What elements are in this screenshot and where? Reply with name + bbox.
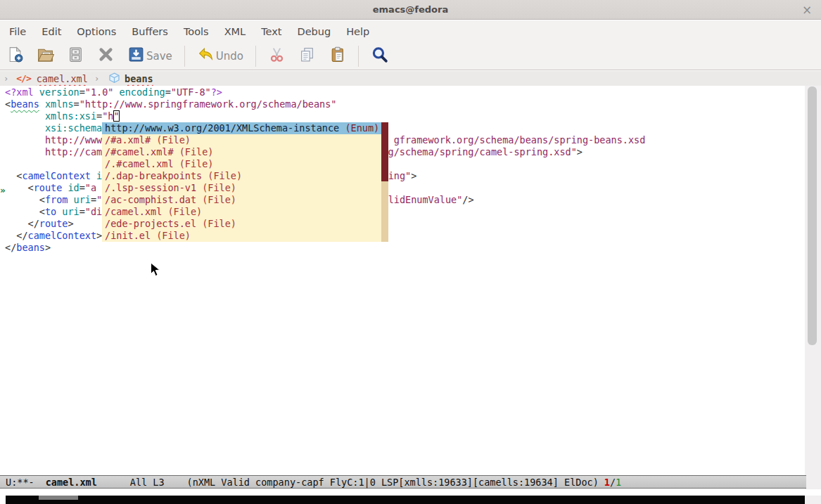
save-label: Save bbox=[146, 50, 172, 63]
menu-text[interactable]: Text bbox=[253, 20, 289, 42]
paste-button[interactable] bbox=[329, 46, 346, 66]
close-buffer-button[interactable] bbox=[97, 46, 115, 66]
bottom-strip bbox=[6, 496, 805, 504]
toolbar-separator bbox=[255, 46, 256, 67]
modeline-state: U:**- bbox=[6, 477, 34, 488]
open-file-button[interactable] bbox=[37, 46, 54, 66]
copy-button[interactable] bbox=[298, 46, 316, 66]
save-button[interactable]: Save bbox=[127, 46, 172, 66]
completion-item[interactable]: http://www.w3.org/2001/XMLSchema-instanc… bbox=[102, 122, 381, 134]
open-folder-icon bbox=[37, 46, 54, 66]
code-line: <beans xmlns="http://www.springframework… bbox=[5, 98, 805, 110]
modeline-position: All L3 bbox=[130, 477, 165, 488]
completion-item[interactable]: /#camel.xml# (File) bbox=[102, 146, 381, 158]
copy-icon bbox=[298, 46, 316, 66]
completion-item[interactable]: /#a.xml# (File) bbox=[102, 134, 381, 146]
code-line: <?xml version="1.0" encoding="UTF-8"?> bbox=[5, 86, 805, 98]
modeline-window-total: 1 bbox=[616, 477, 621, 488]
menu-options[interactable]: Options bbox=[69, 20, 124, 42]
menu-buffers[interactable]: Buffers bbox=[124, 20, 176, 42]
clipboard-icon bbox=[329, 46, 346, 66]
tool-bar: Save Undo bbox=[0, 42, 821, 70]
completion-item[interactable]: /ac-comphist.dat (File) bbox=[102, 194, 381, 206]
completion-scrollbar-thumb[interactable] bbox=[381, 122, 388, 181]
window-title: emacs@fedora bbox=[373, 4, 448, 15]
code-line: xmlns:xsi="h" bbox=[5, 110, 805, 122]
toolbar-separator bbox=[184, 46, 185, 67]
undo-button[interactable]: Undo bbox=[197, 46, 243, 66]
undo-label: Undo bbox=[216, 50, 243, 63]
window-scrollbar-thumb[interactable] bbox=[808, 86, 817, 345]
menu-bar: FileEditOptionsBuffersToolsXMLTextDebugH… bbox=[0, 20, 821, 42]
bottom-strip-notch bbox=[39, 496, 78, 500]
menu-xml[interactable]: XML bbox=[217, 20, 254, 42]
scissors-icon bbox=[268, 46, 286, 66]
dired-button[interactable] bbox=[67, 46, 84, 66]
modeline-modes[interactable]: (nXML Valid company-capf FlyC:1|0 LSP[xm… bbox=[187, 477, 599, 488]
xml-file-icon: </> bbox=[16, 73, 30, 84]
new-file-icon bbox=[6, 46, 24, 66]
completion-popup: http://www.w3.org/2001/XMLSchema-instanc… bbox=[102, 122, 388, 242]
mode-line: U:**- camel.xml All L3 (nXML Valid compa… bbox=[0, 475, 806, 489]
menu-edit[interactable]: Edit bbox=[34, 20, 69, 42]
completion-list: http://www.w3.org/2001/XMLSchema-instanc… bbox=[102, 122, 381, 242]
breadcrumb-file[interactable]: camel.xml bbox=[37, 73, 88, 84]
menu-help[interactable]: Help bbox=[338, 20, 377, 42]
echo-area[interactable] bbox=[0, 489, 821, 496]
emacs-window: emacs@fedora × FileEditOptionsBuffersToo… bbox=[0, 0, 821, 504]
completion-item[interactable]: /.dap-breakpoints (File) bbox=[102, 170, 381, 182]
menu-file[interactable]: File bbox=[1, 20, 34, 42]
search-icon bbox=[371, 46, 388, 66]
editor-buffer[interactable]: » <?xml version="1.0" encoding="UTF-8"?>… bbox=[0, 86, 805, 475]
breadcrumb: › </> camel.xml › beans bbox=[0, 71, 821, 86]
breadcrumb-root-chevron-icon: › bbox=[0, 74, 12, 84]
completion-item[interactable]: /ede-projects.el (File) bbox=[102, 218, 381, 230]
modeline-buffer-name[interactable]: camel.xml bbox=[46, 477, 97, 488]
completion-item[interactable]: /camel.xml (File) bbox=[102, 206, 381, 218]
toolbar-separator bbox=[358, 46, 359, 67]
completion-item[interactable]: /init.el (File) bbox=[102, 230, 381, 242]
code-line: </beans> bbox=[5, 242, 805, 254]
breadcrumb-element[interactable]: beans bbox=[125, 73, 153, 84]
new-file-button[interactable] bbox=[6, 46, 24, 66]
menu-debug[interactable]: Debug bbox=[289, 20, 338, 42]
element-cube-icon bbox=[108, 72, 121, 85]
modeline-window-separator: / bbox=[610, 477, 616, 488]
search-button[interactable] bbox=[371, 46, 388, 66]
menu-tools[interactable]: Tools bbox=[176, 20, 217, 42]
title-bar: emacs@fedora × bbox=[0, 0, 821, 20]
save-icon bbox=[127, 46, 145, 66]
fringe-boundary-icon: » bbox=[0, 185, 6, 195]
completion-scrollbar[interactable] bbox=[381, 122, 388, 242]
mouse-pointer-icon bbox=[150, 262, 161, 278]
close-x-icon bbox=[97, 46, 115, 66]
file-cabinet-icon bbox=[67, 46, 84, 66]
chevron-right-icon: › bbox=[91, 74, 103, 84]
cut-button[interactable] bbox=[268, 46, 286, 66]
close-icon[interactable]: × bbox=[800, 3, 814, 17]
completion-item[interactable]: /.lsp-session-v1 (File) bbox=[102, 182, 381, 194]
undo-icon bbox=[197, 46, 215, 66]
completion-item[interactable]: /.#camel.xml (File) bbox=[102, 158, 381, 170]
modeline-window-index: 1 bbox=[604, 477, 610, 488]
window-scrollbar[interactable] bbox=[805, 86, 821, 504]
